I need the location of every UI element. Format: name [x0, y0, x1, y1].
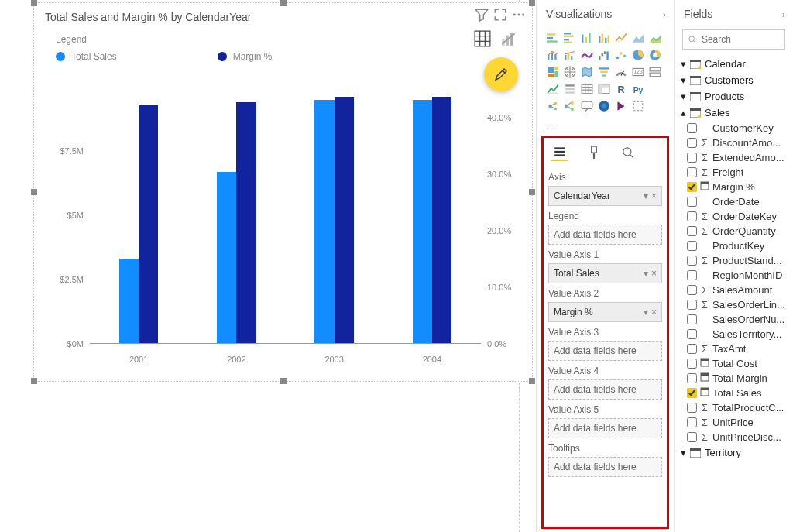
field-item[interactable]: Total Sales [681, 386, 790, 400]
chevron-down-icon[interactable]: ▾ [644, 268, 648, 279]
arcgis-icon[interactable] [597, 99, 611, 113]
value2-field-well[interactable]: Margin % ▾× [548, 302, 662, 322]
field-item[interactable]: OrderDate [681, 194, 790, 209]
field-checkbox[interactable] [687, 226, 697, 236]
value4-field-well[interactable]: Add data fields here [548, 379, 662, 400]
value1-field-well[interactable]: Total Sales ▾× [548, 263, 662, 283]
bar-margin[interactable] [335, 97, 354, 344]
resize-handle[interactable] [280, 0, 287, 6]
fields-search[interactable] [682, 29, 785, 50]
filter-icon[interactable] [475, 8, 489, 22]
field-item[interactable]: Margin % [681, 180, 790, 194]
card-icon[interactable]: 123 [631, 65, 645, 79]
key-influencers-icon[interactable] [546, 99, 560, 113]
field-item[interactable]: ΣExtendedAmo... [681, 150, 790, 165]
resize-handle[interactable] [280, 378, 287, 384]
field-checkbox[interactable] [687, 123, 697, 133]
field-checkbox[interactable] [687, 329, 697, 339]
field-checkbox[interactable] [687, 359, 697, 369]
clustered-bar-icon[interactable] [563, 31, 577, 45]
field-item[interactable]: ProductKey [681, 239, 790, 253]
stacked-bar-icon[interactable] [546, 31, 560, 45]
more-options-icon[interactable] [512, 8, 526, 22]
resize-handle[interactable] [529, 189, 535, 195]
field-checkbox[interactable] [687, 167, 697, 177]
donut-chart-icon[interactable] [648, 48, 662, 62]
field-item[interactable]: Total Margin [681, 371, 790, 386]
bar-total-sales[interactable] [413, 100, 432, 344]
field-item[interactable]: ΣSalesAmount [681, 283, 790, 297]
waterfall-icon[interactable] [597, 48, 611, 62]
field-checkbox[interactable] [687, 270, 697, 280]
focus-mode-icon[interactable] [493, 8, 507, 22]
bar-total-sales[interactable] [119, 259, 139, 344]
multi-row-card-icon[interactable] [648, 65, 662, 79]
more-visuals-icon[interactable]: … [537, 116, 674, 128]
resize-handle[interactable] [529, 378, 535, 384]
python-visual-icon[interactable]: Py [631, 82, 645, 96]
legend-item[interactable]: Total Sales [56, 51, 117, 62]
value3-field-well[interactable]: Add data fields here [548, 341, 662, 361]
bar-margin[interactable] [432, 97, 451, 344]
area-chart-icon[interactable] [631, 31, 645, 45]
chevron-right-icon[interactable]: › [782, 9, 785, 20]
table-icon[interactable] [580, 82, 594, 96]
legend-field-well[interactable]: Add data fields here [548, 225, 662, 245]
field-checkbox[interactable] [687, 197, 697, 207]
treemap-icon[interactable] [546, 65, 560, 79]
clustered-column-icon[interactable] [597, 31, 611, 45]
field-item[interactable]: ΣSalesOrderLin... [681, 297, 790, 312]
chevron-down-icon[interactable]: ▾ [644, 307, 648, 317]
line-chart-icon[interactable] [614, 31, 628, 45]
line-stacked-column-icon[interactable] [546, 48, 560, 62]
bar-total-sales[interactable] [217, 172, 236, 344]
field-item[interactable]: ΣTaxAmt [681, 342, 790, 356]
kpi-icon[interactable] [546, 82, 560, 96]
search-input[interactable] [702, 34, 780, 45]
field-checkbox[interactable] [687, 403, 697, 413]
field-checkbox[interactable] [687, 314, 697, 324]
field-checkbox[interactable] [687, 182, 697, 192]
field-item[interactable]: ΣProductStand... [681, 253, 790, 268]
bar-margin[interactable] [236, 102, 256, 344]
field-item[interactable]: SalesTerritory... [681, 327, 790, 342]
funnel-icon[interactable] [597, 65, 611, 79]
field-checkbox[interactable] [687, 138, 697, 148]
axis-field-well[interactable]: CalendarYear ▾× [548, 186, 662, 206]
gauge-icon[interactable] [614, 65, 628, 79]
field-item[interactable]: ΣFreight [681, 165, 790, 180]
remove-field-icon[interactable]: × [651, 307, 657, 317]
table-territory[interactable]: ▾ Territory [681, 444, 790, 461]
ribbon-chart-icon[interactable] [580, 48, 594, 62]
resize-handle[interactable] [31, 0, 37, 6]
table-products[interactable]: ▾ Products [681, 88, 790, 105]
slicer-icon[interactable] [563, 82, 577, 96]
resize-handle[interactable] [31, 378, 37, 384]
line-clustered-column-icon[interactable] [563, 48, 577, 62]
field-checkbox[interactable] [687, 388, 697, 398]
field-checkbox[interactable] [687, 153, 697, 163]
stacked-area-icon[interactable] [648, 31, 662, 45]
field-checkbox[interactable] [687, 285, 697, 295]
stacked-column-icon[interactable] [580, 31, 594, 45]
field-checkbox[interactable] [687, 373, 697, 383]
r-visual-icon[interactable]: R [614, 82, 628, 96]
field-checkbox[interactable] [687, 432, 697, 442]
field-checkbox[interactable] [687, 417, 697, 427]
filled-map-icon[interactable] [580, 65, 594, 79]
chevron-down-icon[interactable]: ▾ [644, 190, 648, 201]
map-icon[interactable] [563, 65, 577, 79]
bar-margin[interactable] [139, 105, 158, 344]
field-item[interactable]: ΣUnitPriceDisc... [681, 430, 790, 444]
tooltips-field-well[interactable]: Add data fields here [548, 457, 662, 477]
remove-field-icon[interactable]: × [651, 190, 657, 201]
pie-chart-icon[interactable] [631, 48, 645, 62]
fields-tab[interactable] [551, 144, 568, 161]
field-checkbox[interactable] [687, 300, 697, 310]
resize-handle[interactable] [529, 0, 535, 6]
field-checkbox[interactable] [687, 211, 697, 221]
table-sales[interactable]: ▴ Sales [681, 105, 790, 121]
field-item[interactable]: ΣDiscountAmo... [681, 136, 790, 150]
value5-field-well[interactable]: Add data fields here [548, 418, 662, 438]
field-item[interactable]: ΣOrderDateKey [681, 209, 790, 224]
